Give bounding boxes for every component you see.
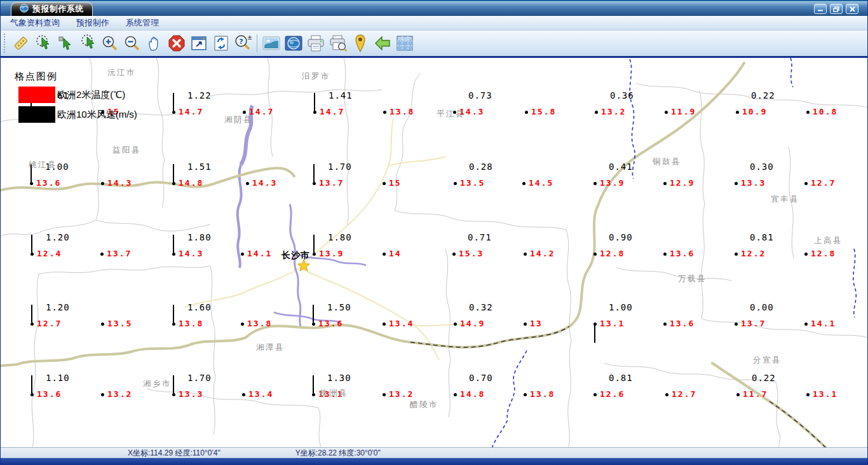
- wind-speed-value: 1.30: [327, 373, 351, 383]
- temperature-value: 12.6: [600, 389, 625, 399]
- temperature-value: 13.2: [601, 107, 626, 116]
- temperature-value: 14: [389, 249, 402, 258]
- status-y-coordinate: Y坐标:28.22 纬度:30°0'0": [295, 448, 381, 459]
- status-bar: X坐标:114.29 经度:110°0'4" Y坐标:28.22 纬度:30°0…: [1, 447, 867, 458]
- wind-speed-value: 0.81: [750, 232, 774, 242]
- menu-forecast-production[interactable]: 预报制作: [76, 17, 109, 29]
- station-dot: [593, 182, 597, 185]
- wind-barb: [31, 235, 32, 253]
- close-button[interactable]: [846, 4, 858, 14]
- temperature-value: 14.1: [247, 249, 272, 258]
- legend-row-wind: 欧洲10米风速(m/s): [15, 106, 58, 126]
- wind-speed-value: 1.00: [609, 302, 633, 312]
- temperature-value: 13.6: [670, 319, 695, 328]
- wind-speed-value: 1.22: [187, 90, 212, 101]
- wind-speed-value: 0.71: [468, 232, 492, 242]
- temperature-value: 13.5: [107, 319, 132, 328]
- wind-speed-value: 1.50: [327, 302, 351, 312]
- station-dot: [31, 253, 34, 256]
- title-tab: 预报制作系统: [11, 2, 93, 16]
- wind-speed-value: 0.28: [469, 162, 493, 172]
- wind-speed-value: 0.70: [469, 373, 493, 383]
- capital-star-icon: [297, 260, 310, 272]
- wind-swatch: [18, 106, 55, 123]
- refresh-icon[interactable]: [210, 32, 232, 54]
- station-dot: [101, 393, 104, 396]
- stop-cancel-icon[interactable]: [165, 32, 187, 54]
- identify-query-icon[interactable]: ?±: [232, 32, 254, 54]
- temperature-value: 14.2: [530, 249, 555, 258]
- window-title: 预报制作系统: [32, 4, 84, 15]
- pan-hand-icon[interactable]: [143, 32, 165, 54]
- wind-barb: [313, 235, 315, 253]
- temperature-value: 12.9: [670, 178, 695, 188]
- temperature-value: 13.9: [319, 249, 344, 258]
- temperature-value: 13.8: [179, 319, 203, 328]
- station-dot: [806, 111, 810, 114]
- temperature-value: 13.4: [248, 389, 273, 399]
- temperature-legend-label: 欧洲2米温度(℃): [57, 89, 125, 101]
- map-place-label: 汨罗市: [302, 71, 330, 82]
- globe-view-icon[interactable]: [282, 32, 304, 54]
- restore-button[interactable]: [830, 4, 843, 14]
- temperature-value: 14.5: [529, 178, 553, 188]
- select-feature-icon[interactable]: [32, 32, 54, 54]
- toolbar-separator: [257, 34, 257, 52]
- legend-title: 格点图例: [15, 71, 58, 83]
- app-window: 预报制作系统 气象资料查询 预报制作 系统管理: [0, 0, 868, 465]
- station-dot: [804, 182, 808, 185]
- station-dot: [593, 393, 597, 396]
- bottom-bar: [1, 458, 867, 464]
- station-dot: [241, 253, 244, 256]
- wind-barb: [173, 164, 174, 182]
- select-lasso-icon[interactable]: [76, 32, 98, 54]
- zoom-in-icon[interactable]: [98, 32, 121, 54]
- temperature-value: 13.6: [36, 178, 61, 188]
- full-extent-window-icon[interactable]: [187, 32, 210, 54]
- wind-speed-value: 0.81: [609, 373, 633, 383]
- minimize-button[interactable]: [814, 4, 827, 14]
- map-canvas[interactable]: 格点图例 欧洲2米温度(℃) 欧洲10米风速(m/s) 1.611514.71.…: [1, 58, 867, 447]
- print-preview-icon[interactable]: [327, 32, 349, 54]
- wind-barb: [314, 93, 315, 111]
- station-dot: [522, 182, 526, 185]
- station-dot: [735, 253, 738, 256]
- toolbar: ?±: [1, 31, 867, 58]
- station-dot: [242, 393, 245, 396]
- temperature-value: 15.8: [531, 107, 556, 116]
- station-dot: [663, 253, 667, 256]
- map-place-label: 湘潭县: [256, 342, 285, 353]
- zoom-out-icon[interactable]: [121, 32, 143, 54]
- station-dot: [593, 253, 597, 256]
- station-dot: [30, 182, 33, 185]
- temperature-value: 12.4: [37, 249, 62, 258]
- map-place-label: 宜丰县: [771, 194, 799, 205]
- select-arrow-icon[interactable]: [54, 32, 76, 54]
- wind-speed-value: 1.70: [187, 373, 212, 383]
- temperature-value: 13: [530, 319, 543, 328]
- back-arrow-icon[interactable]: [371, 32, 393, 54]
- station-dot: [246, 182, 249, 185]
- placemark-pin-icon[interactable]: [349, 32, 371, 54]
- map-place-label: 铜鼓县: [653, 156, 681, 167]
- wind-speed-value: 0.22: [752, 373, 776, 383]
- wind-barb: [31, 305, 32, 323]
- menu-system-management[interactable]: 系统管理: [126, 17, 159, 29]
- station-dot: [663, 182, 667, 185]
- river-lines: [238, 106, 366, 326]
- wind-barb: [173, 375, 174, 393]
- temperature-value: 13.8: [530, 389, 555, 399]
- wind-speed-value: 1.80: [328, 232, 352, 242]
- station-dot: [736, 393, 740, 396]
- wind-speed-value: 1.20: [46, 232, 70, 242]
- temperature-value: 13.4: [389, 319, 414, 328]
- export-image-icon[interactable]: [260, 32, 282, 54]
- grid-map-icon[interactable]: [393, 32, 416, 54]
- station-dot: [383, 182, 386, 185]
- wind-legend-label: 欧洲10米风速(m/s): [57, 109, 137, 121]
- temperature-value: 15.3: [459, 249, 484, 258]
- menu-weather-data-query[interactable]: 气象资料查询: [10, 17, 60, 29]
- wind-speed-value: 0.22: [751, 90, 775, 101]
- measure-ruler-icon[interactable]: [10, 32, 32, 54]
- print-icon[interactable]: [304, 32, 327, 54]
